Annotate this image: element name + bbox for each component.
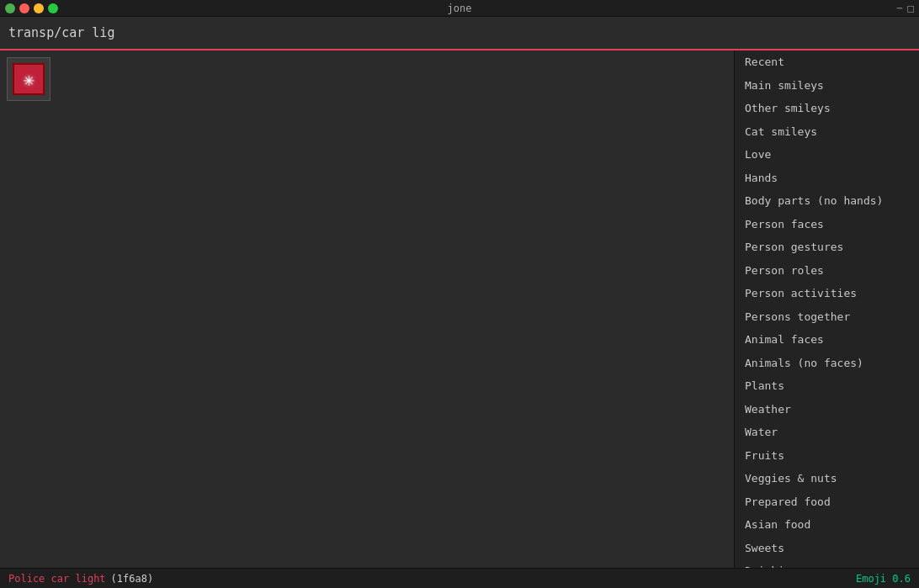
category-item-sweets[interactable]: Sweets <box>735 537 919 560</box>
minimize-btn[interactable] <box>34 3 44 13</box>
category-item-recent[interactable]: Recent <box>735 50 919 74</box>
main-container: RecentMain smileysOther smileysCat smile… <box>0 50 919 568</box>
title-max-btn[interactable]: □ <box>907 2 914 14</box>
close-btn[interactable] <box>19 3 29 13</box>
category-item-fruits[interactable]: Fruits <box>735 444 919 468</box>
extra-btn[interactable] <box>5 3 15 13</box>
police-light-icon <box>13 63 45 95</box>
category-item-person-faces[interactable]: Person faces <box>735 213 919 236</box>
category-item-cat-smileys[interactable]: Cat smileys <box>735 120 919 144</box>
category-item-love[interactable]: Love <box>735 143 919 167</box>
category-item-body-parts[interactable]: Body parts (no hands) <box>735 189 919 213</box>
category-item-persons-together[interactable]: Persons together <box>735 305 919 329</box>
search-bar <box>0 17 919 50</box>
category-item-weather[interactable]: Weather <box>735 398 919 421</box>
search-input[interactable] <box>8 25 911 40</box>
category-item-other-smileys[interactable]: Other smileys <box>735 97 919 120</box>
category-item-plants[interactable]: Plants <box>735 374 919 398</box>
category-item-water[interactable]: Water <box>735 421 919 444</box>
emoji-item-police-car-light[interactable] <box>7 57 50 101</box>
window-title: jone <box>448 3 472 14</box>
category-item-animals-no-faces[interactable]: Animals (no faces) <box>735 352 919 375</box>
category-item-person-roles[interactable]: Person roles <box>735 259 919 283</box>
window-controls <box>5 3 58 13</box>
status-version: Emoji 0.6 <box>856 573 911 585</box>
category-item-person-gestures[interactable]: Person gestures <box>735 236 919 259</box>
category-item-hands[interactable]: Hands <box>735 167 919 190</box>
category-sidebar: RecentMain smileysOther smileysCat smile… <box>734 50 919 568</box>
status-emoji-name: Police car light <box>8 573 106 585</box>
status-emoji-code: (1f6a8) <box>111 573 154 585</box>
category-item-asian-food[interactable]: Asian food <box>735 513 919 537</box>
title-min-btn[interactable]: − <box>896 2 903 14</box>
maximize-btn[interactable] <box>48 3 58 13</box>
title-bar-right: − □ <box>896 2 914 14</box>
category-item-prepared-food[interactable]: Prepared food <box>735 490 919 514</box>
category-item-person-activities[interactable]: Person activities <box>735 282 919 305</box>
status-bar: Police car light (1f6a8) Emoji 0.6 <box>0 568 919 588</box>
title-bar: jone − □ <box>0 0 919 17</box>
emoji-grid <box>0 50 734 568</box>
category-item-drinking[interactable]: Drinking <box>735 559 919 568</box>
category-item-veggies-nuts[interactable]: Veggies & nuts <box>735 467 919 490</box>
category-item-main-smileys[interactable]: Main smileys <box>735 74 919 98</box>
status-left: Police car light (1f6a8) <box>8 573 153 585</box>
category-item-animal-faces[interactable]: Animal faces <box>735 328 919 352</box>
